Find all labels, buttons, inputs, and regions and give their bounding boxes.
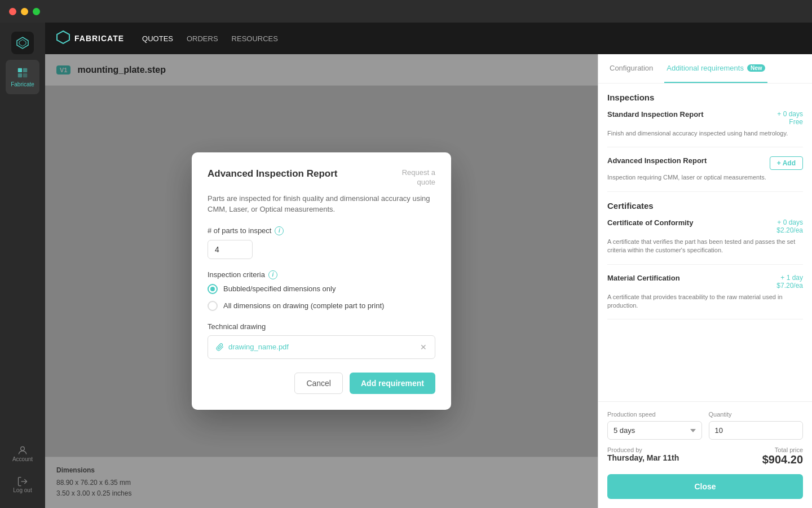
production-speed-field: Production speed 5 days 3 days 7 days 10… xyxy=(607,411,702,440)
drawing-file-name: drawing_name.pdf xyxy=(228,343,289,351)
modal-request-quote[interactable]: Request aquote xyxy=(402,168,435,187)
total-price-value: $904.20 xyxy=(762,453,803,466)
brand: FABRICATE xyxy=(56,30,124,47)
svg-marker-1 xyxy=(19,40,26,46)
quantity-field: Quantity xyxy=(709,411,804,440)
production-row: Production speed 5 days 3 days 7 days 10… xyxy=(607,411,803,440)
sidebar-logout[interactable]: Log out xyxy=(6,470,39,499)
quantity-label: Quantity xyxy=(709,411,804,418)
parts-to-inspect-input[interactable] xyxy=(208,240,253,259)
modal-title: Advanced Inspection Report xyxy=(208,168,337,179)
nav-resources[interactable]: RESOURCES xyxy=(232,32,278,45)
title-bar xyxy=(0,0,812,23)
standard-inspection-days: + 0 days xyxy=(777,110,803,118)
total-price-section: Total price $904.20 xyxy=(762,446,803,466)
criteria-label-bubbled: Bubbled/specified dimensions only xyxy=(223,284,336,293)
inspection-criteria-label: Inspection criteria i xyxy=(208,270,435,279)
criteria-radio-bubbled[interactable] xyxy=(208,284,218,294)
panel-content: Inspections Standard Inspection Report +… xyxy=(598,84,812,401)
criteria-option-all-dims[interactable]: All dimensions on drawing (complete part… xyxy=(208,301,435,311)
material-cert-item: Material Certification + 1 day $7.20/ea … xyxy=(607,274,803,320)
standard-inspection-desc: Finish and dimensional accuracy inspecte… xyxy=(607,129,803,138)
inspection-criteria-group: Bubbled/specified dimensions only All di… xyxy=(208,284,435,311)
nav-orders[interactable]: ORDERS xyxy=(187,32,218,45)
production-speed-select[interactable]: 5 days 3 days 7 days 10 days xyxy=(607,421,702,440)
tab-configuration[interactable]: Configuration xyxy=(607,54,655,83)
modal-overlay: Advanced Inspection Report Request aquot… xyxy=(45,54,598,508)
criteria-info-icon[interactable]: i xyxy=(268,270,277,279)
drawing-upload-box[interactable]: drawing_name.pdf ✕ xyxy=(208,335,435,359)
advanced-inspection-name: Advanced Inspection Report xyxy=(607,156,707,165)
account-label: Account xyxy=(12,456,33,462)
part-viewer: V1 mounting_plate.step Dimensions 88.90 … xyxy=(45,54,598,508)
advanced-inspection-item: Advanced Inspection Report + Add Inspect… xyxy=(607,156,803,191)
produced-by-label: Produced by xyxy=(607,446,679,453)
modal-header: Advanced Inspection Report Request aquot… xyxy=(208,168,435,187)
svg-point-6 xyxy=(21,446,25,450)
sidebar-account[interactable]: Account xyxy=(6,439,39,468)
drawing-filename: drawing_name.pdf xyxy=(216,343,289,351)
production-speed-label: Production speed xyxy=(607,411,702,418)
logout-icon xyxy=(17,476,28,487)
close-button[interactable]: Close xyxy=(607,474,803,499)
material-cert-days: + 1 day xyxy=(776,274,803,282)
add-requirement-button[interactable]: Add requirement xyxy=(350,373,435,394)
certificates-title: Certificates xyxy=(607,201,803,211)
standard-inspection-pricing: + 0 days Free xyxy=(777,110,803,126)
modal-actions: Cancel Add requirement xyxy=(208,373,435,394)
drawing-clear-button[interactable]: ✕ xyxy=(420,343,427,352)
parts-info-icon[interactable]: i xyxy=(275,226,284,235)
paperclip-icon xyxy=(216,343,224,351)
content: V1 mounting_plate.step Dimensions 88.90 … xyxy=(45,54,812,508)
minimize-window-button[interactable] xyxy=(21,8,28,15)
main-area: FABRICATE QUOTES ORDERS RESOURCES V1 mou… xyxy=(45,23,812,508)
criteria-option-bubbled[interactable]: Bubbled/specified dimensions only xyxy=(208,284,435,294)
svg-marker-8 xyxy=(57,31,69,43)
criteria-radio-all-dims[interactable] xyxy=(208,301,218,311)
conformity-cert-days: + 0 days xyxy=(776,218,803,226)
conformity-cert-header: Certificate of Conformity + 0 days $2.20… xyxy=(607,218,803,234)
material-cert-pricing: + 1 day $7.20/ea xyxy=(776,274,803,290)
app-container: Fabricate Account Log out xyxy=(0,23,812,508)
svg-marker-0 xyxy=(17,37,28,49)
close-window-button[interactable] xyxy=(9,8,16,15)
account-icon xyxy=(17,445,28,456)
parts-to-inspect-label: # of parts to inspect i xyxy=(208,226,435,235)
conformity-cert-name: Certificate of Conformity xyxy=(607,218,693,227)
advanced-inspection-desc: Inspection requiring CMM, laser or optic… xyxy=(607,173,803,182)
material-cert-name: Material Certification xyxy=(607,274,680,282)
svg-rect-3 xyxy=(23,68,27,72)
advanced-inspection-add-button[interactable]: + Add xyxy=(770,156,803,170)
produced-by-date: Thursday, Mar 11th xyxy=(607,453,679,462)
maximize-window-button[interactable] xyxy=(33,8,40,15)
nav-quotes[interactable]: QUOTES xyxy=(142,32,173,45)
brand-name: FABRICATE xyxy=(74,34,124,43)
fabricate-icon xyxy=(16,67,29,79)
standard-inspection-item: Standard Inspection Report + 0 days Free… xyxy=(607,110,803,147)
conformity-cert-price: $2.20/ea xyxy=(776,226,803,234)
modal-description: Parts are inspected for finish quality a… xyxy=(208,193,435,215)
radio-dot-bubbled xyxy=(210,287,215,291)
material-cert-price: $7.20/ea xyxy=(776,282,803,290)
total-price-label: Total price xyxy=(762,446,803,453)
svg-rect-5 xyxy=(23,73,27,77)
inspections-title: Inspections xyxy=(607,93,803,102)
quantity-input[interactable] xyxy=(709,421,804,440)
conformity-cert-pricing: + 0 days $2.20/ea xyxy=(776,218,803,234)
material-cert-desc: A certificate that provides traceability… xyxy=(607,293,803,310)
sidebar-item-fabricate-label: Fabricate xyxy=(11,81,34,87)
new-badge: New xyxy=(747,64,766,72)
tab-additional-requirements[interactable]: Additional requirements New xyxy=(664,54,767,83)
svg-rect-2 xyxy=(18,68,22,72)
standard-inspection-name: Standard Inspection Report xyxy=(607,110,703,119)
produced-by-section: Produced by Thursday, Mar 11th xyxy=(607,446,679,462)
sidebar-item-fabricate[interactable]: Fabricate xyxy=(6,60,39,94)
conformity-cert-desc: A certificate that verifies the part has… xyxy=(607,238,803,255)
advanced-inspection-modal: Advanced Inspection Report Request aquot… xyxy=(192,152,451,410)
panel-tabs: Configuration Additional requirements Ne… xyxy=(598,54,812,84)
top-nav: FABRICATE QUOTES ORDERS RESOURCES xyxy=(45,23,812,54)
conformity-cert-item: Certificate of Conformity + 0 days $2.20… xyxy=(607,218,803,265)
criteria-label-all-dims: All dimensions on drawing (complete part… xyxy=(223,301,384,310)
logout-label: Log out xyxy=(13,487,32,493)
cancel-button[interactable]: Cancel xyxy=(294,373,343,394)
